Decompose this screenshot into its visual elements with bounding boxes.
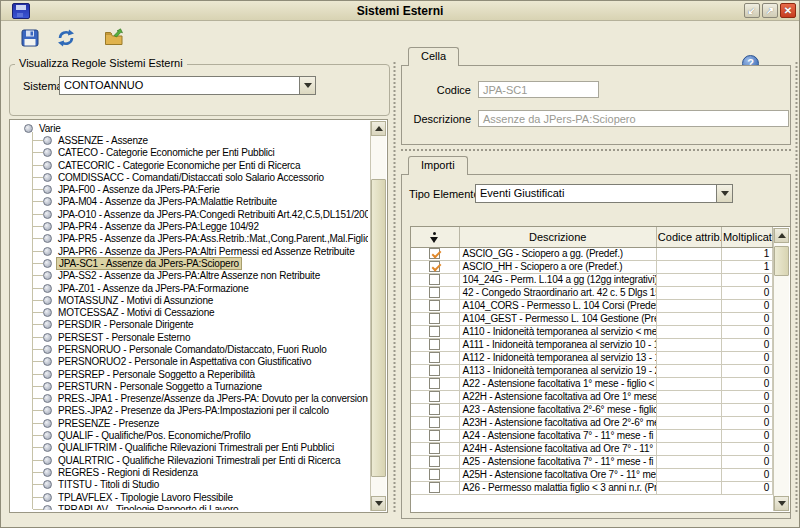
table-row[interactable]: A25 - Astensione facoltativa 7° - 11° me… xyxy=(411,455,773,468)
tree-item[interactable]: PERSTURN - Personale Soggetto a Turnazio… xyxy=(12,380,368,392)
tree-item[interactable]: JPA-Z01 - Assenze da JPers-PA:Formazione xyxy=(12,282,368,294)
table-row[interactable]: A26 - Permesso malattia figlio < 3 anni … xyxy=(411,481,773,494)
close-button[interactable]: ✕ xyxy=(780,3,796,18)
tree-item[interactable]: JPA-F00 - Assenze da JPers-PA:Ferie xyxy=(12,183,368,195)
checkbox-unchecked[interactable] xyxy=(429,391,440,402)
checkbox-unchecked[interactable] xyxy=(429,365,440,376)
scroll-down-button[interactable] xyxy=(371,496,386,511)
checkbox-unchecked[interactable] xyxy=(429,300,440,311)
column-moltiplicatore[interactable]: Moltiplicat... xyxy=(721,227,772,247)
tree-item[interactable]: JPA-SC1 - Assenze da JPers-PA:Sciopero xyxy=(12,257,368,269)
table-row[interactable]: A112 - Inidoneità temporanea al servizio… xyxy=(411,351,773,364)
tree-item[interactable]: PERSEST - Personale Esterno xyxy=(12,331,368,343)
tab-cella[interactable]: Cella xyxy=(408,47,459,66)
tree-item[interactable]: JPA-SS2 - Assenze da JPers-PA:Altre Asse… xyxy=(12,270,368,282)
tree-item[interactable]: REGRES - Regioni di Residenza xyxy=(12,466,368,478)
tree-item[interactable]: QUALIF - Qualifiche/Pos. Economiche/Prof… xyxy=(12,429,368,441)
tree-item[interactable]: JPA-M04 - Assenze da JPers-PA:Malattie R… xyxy=(12,196,368,208)
tree-item[interactable]: JPA-O10 - Assenze da JPers-PA:Congedi Re… xyxy=(12,208,368,220)
tree-item[interactable]: MOTASSUNZ - Motivi di Assunzione xyxy=(12,294,368,306)
table-row[interactable]: A24 - Astensione facoltativa 7° - 11° me… xyxy=(411,429,773,442)
table-row[interactable]: A22 - Astensione facoltativa 1° mese - f… xyxy=(411,377,773,390)
checkbox-unchecked[interactable] xyxy=(429,339,440,350)
tree-item[interactable]: PRES.-JPA2 - Presenze da JPers-PA:Impost… xyxy=(12,405,368,417)
checkbox-unchecked[interactable] xyxy=(429,313,440,324)
checkbox-unchecked[interactable] xyxy=(429,443,440,454)
checkbox-checked[interactable] xyxy=(429,261,440,272)
checkbox-checked[interactable] xyxy=(429,248,440,259)
checkbox-unchecked[interactable] xyxy=(429,352,440,363)
table-row[interactable]: ASCIO_HH - Sciopero a ore (Predef.)1 xyxy=(411,260,773,273)
tipo-elemento-combobox[interactable]: Eventi Giustificati xyxy=(475,184,733,203)
scroll-up-button[interactable] xyxy=(371,121,386,136)
column-selection[interactable] xyxy=(411,227,459,247)
checkbox-unchecked[interactable] xyxy=(429,456,440,467)
table-row[interactable]: A22H - Astensione facoltativa ad Ore 1° … xyxy=(411,390,773,403)
tree-item[interactable]: QUALRTRIC - Qualifiche Rilevazioni Trime… xyxy=(12,454,368,466)
table-row[interactable]: A25H - Astensione facoltativa Ore 7° - 1… xyxy=(411,468,773,481)
tree-item[interactable]: PERSNORUO - Personale Comandato/Distacca… xyxy=(12,343,368,355)
scrollbar-thumb[interactable] xyxy=(774,246,789,276)
table-row[interactable]: A111 - Inidoneità temporanea al servizio… xyxy=(411,338,773,351)
tree-item[interactable]: JPA-PR5 - Assenze da JPers-PA:Ass.Retrib… xyxy=(12,233,368,245)
table-row[interactable]: A113 - Inidoneità temporanea al servizio… xyxy=(411,364,773,377)
scroll-down-button[interactable] xyxy=(774,496,789,511)
tree-item[interactable]: CATECO - Categorie Economiche per Enti P… xyxy=(12,147,368,159)
checkbox-unchecked[interactable] xyxy=(429,326,440,337)
tree-item[interactable]: PRES.-JPA1 - Presenze/Assenze da JPers-P… xyxy=(12,393,368,405)
column-codice-attributo[interactable]: Codice attrib... xyxy=(656,227,721,247)
exit-button[interactable] xyxy=(101,26,127,52)
titlebar[interactable]: Sistemi Esterni ↙ ↗ ✕ xyxy=(1,1,799,21)
table-row[interactable]: A23H - Astensione facoltativa ad Ore 2°-… xyxy=(411,416,773,429)
tree-item[interactable]: TITSTU - Titoli di Studio xyxy=(12,479,368,491)
descrizione-field[interactable]: Assenze da JPers-PA:Sciopero xyxy=(478,110,789,127)
tree-item[interactable]: PERSREP - Personale Soggetto a Reperibil… xyxy=(12,368,368,380)
table-row[interactable]: 42 - Congedo Straordinario art. 42 c. 5 … xyxy=(411,286,773,299)
save-button[interactable] xyxy=(17,26,43,52)
codice-field[interactable]: JPA-SC1 xyxy=(478,81,599,98)
tree-item[interactable]: JPA-PR6 - Assenze da JPers-PA:Altri Perm… xyxy=(12,245,368,257)
table-row[interactable]: A104_CORS - Permesso L. 104 Corsi (Prede… xyxy=(411,299,773,312)
tree-item[interactable]: JPA-PR4 - Assenze da JPers-PA:Legge 104/… xyxy=(12,220,368,232)
horizontal-splitter[interactable] xyxy=(400,148,792,153)
column-descrizione[interactable]: Descrizione xyxy=(459,227,656,247)
tree-item[interactable]: MOTCESSAZ - Motivi di Cessazione xyxy=(12,306,368,318)
checkbox-unchecked[interactable] xyxy=(429,287,440,298)
tree-item[interactable]: TPRAPLAV - Tipologie Rapporto di Lavoro xyxy=(12,503,368,510)
vertical-splitter[interactable] xyxy=(392,61,397,513)
table-row[interactable]: A23 - Astensione facoltativa 2°-6° mese … xyxy=(411,403,773,416)
checkbox-unchecked[interactable] xyxy=(429,417,440,428)
tree-item[interactable]: QUALIFTRIM - Qualifiche Rilevazioni Trim… xyxy=(12,442,368,454)
scrollbar-thumb[interactable] xyxy=(371,179,386,477)
tipo-combo-button[interactable] xyxy=(716,185,732,202)
tab-importi[interactable]: Importi xyxy=(408,156,468,175)
table-row[interactable]: A110 - Inidoneità temporanea al servizio… xyxy=(411,325,773,338)
checkbox-unchecked[interactable] xyxy=(429,378,440,389)
tree-item[interactable]: COMDISSACC - Comandati/Distaccati solo S… xyxy=(12,171,368,183)
checkbox-unchecked[interactable] xyxy=(429,404,440,415)
right-edge-splitter[interactable] xyxy=(794,61,799,513)
table-row[interactable]: A104_GEST - Permesso L. 104 Gestione (Pr… xyxy=(411,312,773,325)
tree-item[interactable]: ASSENZE - Assenze xyxy=(12,134,368,146)
tree-item[interactable]: CATECORIC - Categorie Economiche per Ent… xyxy=(12,159,368,171)
checkbox-unchecked[interactable] xyxy=(429,274,440,285)
table-row[interactable]: A24H - Astensione facoltativa ad Ore 7° … xyxy=(411,442,773,455)
scroll-up-button[interactable] xyxy=(774,228,789,243)
maximize-button[interactable]: ↗ xyxy=(762,3,778,18)
tree-root[interactable]: Varie xyxy=(12,122,368,134)
tree-scrollbar[interactable] xyxy=(370,121,386,511)
checkbox-unchecked[interactable] xyxy=(429,482,440,493)
sistema-combobox[interactable]: CONTOANNUO xyxy=(59,76,316,95)
sistema-combo-button[interactable] xyxy=(299,77,315,94)
minimize-button[interactable]: ↙ xyxy=(744,3,760,18)
table-row[interactable]: ASCIO_GG - Sciopero a gg. (Predef.)1 xyxy=(411,247,773,260)
checkbox-unchecked[interactable] xyxy=(429,430,440,441)
checkbox-unchecked[interactable] xyxy=(429,469,440,480)
table-scrollbar[interactable] xyxy=(773,228,789,511)
tree-item[interactable]: PRESENZE - Presenze xyxy=(12,417,368,429)
refresh-button[interactable] xyxy=(53,26,79,52)
tree-item[interactable]: PERSDIR - Personale Dirigente xyxy=(12,319,368,331)
tree-item[interactable]: TPLAVFLEX - Tipologie Lavoro Flessibile xyxy=(12,491,368,503)
table-row[interactable]: 104_24G - Perm. L.104 a gg (12gg integra… xyxy=(411,273,773,286)
tree-item[interactable]: PERSNORUO2 - Personale in Aspettativa co… xyxy=(12,356,368,368)
